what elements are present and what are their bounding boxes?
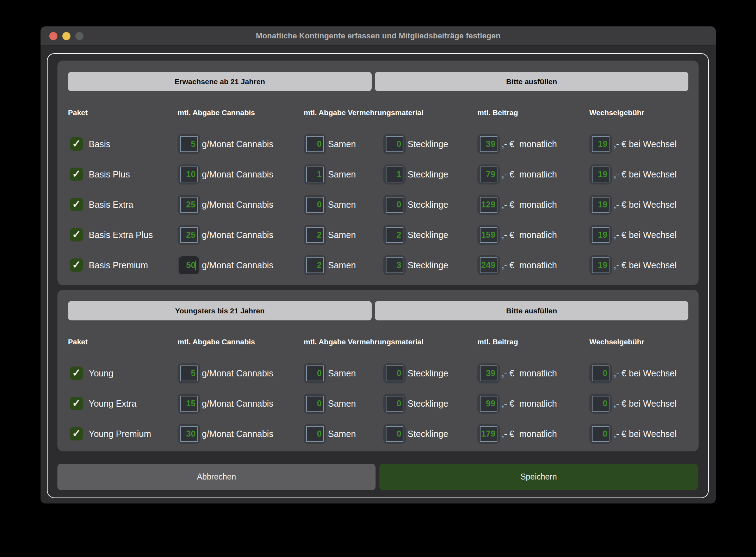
change-fee-unit-label: ,- € bei Wechsel (614, 429, 677, 439)
titlebar: Monatliche Kontingente erfassen und Mitg… (41, 26, 716, 46)
column-header-paket: Paket (68, 108, 178, 117)
seeds-unit-label: Samen (328, 230, 356, 240)
cuttings-unit-label: Stecklinge (408, 139, 448, 149)
cuttings-amount-field (383, 164, 406, 184)
change-fee-input[interactable] (593, 167, 609, 182)
monthly-fee-input[interactable] (481, 137, 497, 151)
app-window: Monatliche Kontingente erfassen und Mitg… (41, 26, 716, 503)
package-checkbox[interactable]: ✓ (70, 228, 83, 242)
minimize-button[interactable] (62, 32, 70, 40)
package-checkbox[interactable]: ✓ (70, 258, 83, 272)
cuttings-amount-input[interactable] (386, 167, 403, 182)
package-label: Basis Premium (89, 260, 148, 270)
change-fee-input[interactable] (593, 366, 609, 381)
cannabis-unit-label: g/Monat Cannabis (202, 139, 273, 149)
footer-buttons: Abbrechen Speichern (57, 464, 698, 490)
monthly-fee-field (477, 195, 500, 215)
cannabis-amount-input[interactable] (181, 366, 197, 381)
column-header-cannabis: mtl. Abgabe Cannabis (178, 108, 304, 117)
seeds-amount-field (304, 164, 326, 184)
column-header-vermehrungsmaterial: mtl. Abgabe Vermehrungsmaterial (304, 338, 477, 346)
cannabis-amount-input[interactable] (181, 228, 197, 242)
cuttings-amount-field (383, 134, 406, 154)
monthly-fee-unit-label: ,- € monatlich (502, 200, 557, 210)
monthly-fee-unit-label: ,- € monatlich (502, 429, 557, 439)
seeds-amount-input[interactable] (307, 427, 323, 441)
save-button[interactable]: Speichern (379, 464, 698, 490)
seeds-amount-input[interactable] (307, 198, 323, 212)
change-fee-field (589, 363, 612, 383)
change-fee-unit-label: ,- € bei Wechsel (614, 260, 677, 270)
form-panel: Erwachsene ab 21 Jahren Bitte ausfüllen … (47, 53, 709, 498)
change-fee-field (589, 394, 612, 414)
package-row: ✓ Young Extra g/Monat Cannabis (68, 393, 688, 414)
monthly-fee-input[interactable] (481, 167, 497, 182)
monthly-fee-field (477, 363, 500, 383)
package-label: Basis Extra (89, 200, 133, 210)
package-checkbox[interactable]: ✓ (70, 367, 83, 380)
cuttings-amount-field (383, 394, 406, 414)
change-fee-input[interactable] (593, 427, 609, 441)
package-checkbox[interactable]: ✓ (70, 137, 83, 151)
monthly-fee-field (477, 225, 500, 245)
package-checkbox[interactable]: ✓ (70, 397, 83, 410)
seeds-amount-input[interactable] (307, 396, 323, 411)
package-checkbox[interactable]: ✓ (70, 427, 83, 440)
change-fee-input[interactable] (593, 258, 609, 273)
cannabis-amount-input[interactable] (181, 137, 197, 151)
cuttings-amount-input[interactable] (386, 137, 403, 151)
seeds-amount-input[interactable] (307, 258, 323, 273)
monthly-fee-input[interactable] (481, 396, 497, 411)
cannabis-amount-input[interactable] (181, 427, 197, 441)
seeds-amount-input[interactable] (307, 228, 323, 242)
seeds-amount-input[interactable] (307, 167, 323, 182)
cuttings-amount-input[interactable] (386, 366, 403, 381)
seeds-amount-input[interactable] (307, 137, 323, 151)
zoom-button[interactable] (75, 32, 83, 40)
cannabis-amount-input[interactable] (181, 258, 197, 273)
cannabis-amount-input[interactable] (181, 396, 197, 411)
cannabis-amount-input[interactable] (181, 167, 197, 182)
monthly-fee-field (477, 134, 500, 154)
seeds-amount-input[interactable] (307, 366, 323, 381)
package-label: Young Extra (89, 399, 136, 409)
cuttings-amount-field (383, 225, 406, 245)
monthly-fee-input[interactable] (481, 258, 497, 273)
cuttings-amount-input[interactable] (386, 396, 403, 411)
seeds-amount-field (304, 134, 326, 154)
cannabis-unit-label: g/Monat Cannabis (202, 368, 273, 378)
cannabis-unit-label: g/Monat Cannabis (202, 200, 273, 210)
monthly-fee-unit-label: ,- € monatlich (502, 139, 557, 149)
monthly-fee-input[interactable] (481, 198, 497, 212)
checkmark-icon: ✓ (72, 169, 81, 179)
seeds-amount-field (304, 255, 326, 275)
package-label: Basis Extra Plus (89, 230, 153, 240)
cuttings-amount-input[interactable] (386, 258, 403, 273)
monthly-fee-input[interactable] (481, 427, 497, 441)
change-fee-input[interactable] (593, 228, 609, 242)
change-fee-input[interactable] (593, 396, 609, 411)
column-headers: Paket mtl. Abgabe Cannabis mtl. Abgabe V… (68, 108, 688, 117)
cannabis-unit-label: g/Monat Cannabis (202, 399, 273, 409)
monthly-fee-input[interactable] (481, 228, 497, 242)
change-fee-unit-label: ,- € bei Wechsel (614, 169, 677, 180)
change-fee-input[interactable] (593, 137, 609, 151)
cannabis-unit-label: g/Monat Cannabis (202, 429, 273, 439)
change-fee-field (589, 225, 612, 245)
change-fee-field (589, 134, 612, 154)
package-row: ✓ Basis Extra Plus g/Monat Cannabis (68, 224, 688, 245)
close-button[interactable] (49, 32, 57, 40)
package-checkbox[interactable]: ✓ (70, 168, 83, 181)
monthly-fee-input[interactable] (481, 366, 497, 381)
column-header-beitrag: mtl. Beitrag (477, 338, 589, 346)
cuttings-amount-input[interactable] (386, 427, 403, 441)
cuttings-amount-input[interactable] (386, 228, 403, 242)
text-caret (195, 261, 196, 270)
cuttings-amount-input[interactable] (386, 198, 403, 212)
change-fee-input[interactable] (593, 198, 609, 212)
checkmark-icon: ✓ (72, 398, 81, 408)
cannabis-amount-input[interactable] (181, 198, 197, 212)
monthly-fee-unit-label: ,- € monatlich (502, 399, 557, 409)
cancel-button[interactable]: Abbrechen (57, 464, 376, 490)
package-checkbox[interactable]: ✓ (70, 198, 83, 211)
